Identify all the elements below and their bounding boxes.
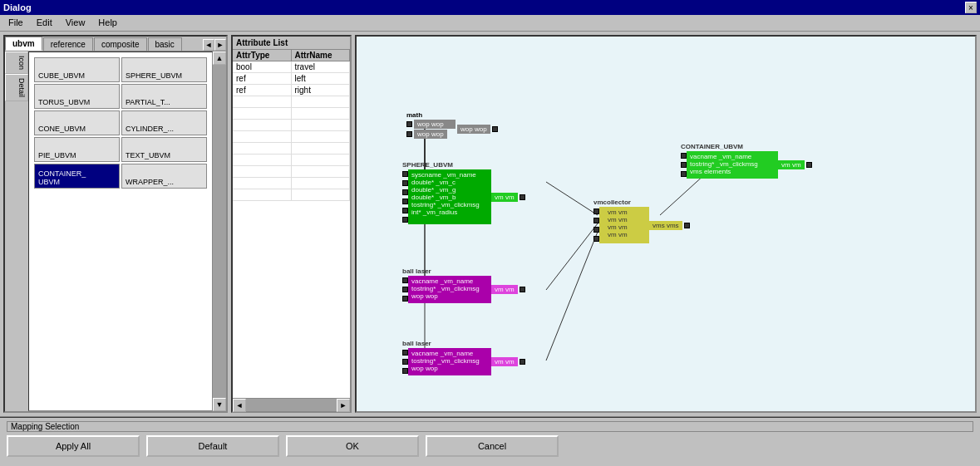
ok-button[interactable]: OK bbox=[286, 435, 419, 457]
canvas-inner: math wop wop wop wop bbox=[357, 37, 975, 411]
attr-row bbox=[233, 108, 350, 120]
sphere-port2: double* _vm_c bbox=[411, 179, 488, 186]
list-item[interactable]: CONE_UBVM bbox=[34, 110, 120, 135]
ubvm-grid: CUBE_UBVM SPHERE_UBVM TORUS_UBVM PARTIAL… bbox=[31, 54, 210, 192]
sphere-port3: double* _vm_g bbox=[411, 186, 488, 194]
port bbox=[402, 296, 408, 302]
list-item[interactable]: CUBE_UBVM bbox=[34, 57, 120, 82]
math-right: wop wop bbox=[457, 125, 490, 134]
menu-file[interactable]: File bbox=[3, 17, 28, 29]
ball-laser1-label: ball laser bbox=[402, 267, 525, 275]
vmcollector-label: vmcollector bbox=[593, 199, 690, 206]
list-item[interactable]: CYLINDER_... bbox=[121, 110, 207, 135]
port bbox=[402, 171, 408, 177]
port bbox=[402, 180, 408, 186]
tab-scroll-left[interactable]: ◄ bbox=[203, 39, 214, 51]
attr-type: ref bbox=[233, 73, 292, 84]
container-port2: tostring* _vm_clickmsg bbox=[690, 160, 775, 168]
detail-button[interactable]: Detail bbox=[5, 74, 28, 101]
ball-laser1-node[interactable]: ball laser vacname _vm_name tostring* _v… bbox=[402, 267, 525, 303]
title-bar: Dialog × bbox=[0, 0, 980, 15]
list-item[interactable]: TEXT_UBVM bbox=[121, 137, 207, 162]
port-right bbox=[520, 194, 525, 200]
menu-edit[interactable]: Edit bbox=[32, 17, 57, 29]
tab-composite[interactable]: composite bbox=[94, 37, 147, 51]
port-right bbox=[520, 287, 525, 292]
list-item[interactable]: SPHERE_UBVM bbox=[121, 57, 207, 82]
vm-port3: vm vm bbox=[608, 223, 641, 231]
attr-row bbox=[233, 178, 350, 189]
menu-help[interactable]: Help bbox=[93, 17, 122, 29]
default-button[interactable]: Default bbox=[146, 435, 279, 457]
attr-name: travel bbox=[292, 61, 351, 72]
container-right: vm vm bbox=[778, 160, 805, 169]
sphere-ubvm-node[interactable]: SPHERE_UBVM syscname _vm_name double* _v… bbox=[402, 161, 525, 224]
tab-ubvm[interactable]: ubvm bbox=[5, 37, 42, 51]
list-item[interactable]: PARTIAL_T... bbox=[121, 84, 207, 109]
scroll-up[interactable]: ▲ bbox=[213, 52, 226, 65]
attr-name: left bbox=[292, 73, 351, 84]
list-item[interactable]: WRAPPER_... bbox=[121, 164, 207, 189]
sphere-port4: double* _vm_b bbox=[411, 194, 488, 201]
container-port1: vacname _vm_name bbox=[690, 153, 775, 160]
attribute-table: AttrType AttrName bool travel ref left r… bbox=[233, 50, 350, 398]
math-label: math bbox=[406, 111, 498, 119]
port bbox=[681, 162, 687, 168]
tab-scroll-right[interactable]: ► bbox=[214, 39, 226, 51]
tab-scroll: ◄ ► bbox=[203, 39, 226, 51]
list-item[interactable]: CONTAINER_ UBVM bbox=[34, 164, 120, 189]
ball-laser2-node[interactable]: ball laser vacname _vm_name tostring* _v… bbox=[402, 340, 525, 375]
scroll-track[interactable] bbox=[213, 65, 226, 398]
scroll-down[interactable]: ▼ bbox=[213, 398, 226, 411]
vm-port1: vm vm bbox=[608, 208, 641, 216]
apply-all-button[interactable]: Apply All bbox=[7, 435, 140, 457]
icon-button[interactable]: Icon bbox=[5, 52, 28, 74]
attr-header-type: AttrType bbox=[233, 50, 292, 61]
attr-scroll-right[interactable]: ► bbox=[337, 399, 350, 412]
cancel-button[interactable]: Cancel bbox=[426, 435, 559, 457]
port bbox=[681, 153, 687, 159]
menu-view[interactable]: View bbox=[61, 17, 91, 29]
math-node[interactable]: math wop wop wop wop bbox=[406, 111, 498, 139]
ball2-port3: wop wop bbox=[411, 365, 488, 372]
tab-basic[interactable]: basic bbox=[148, 37, 182, 51]
port-right bbox=[520, 359, 525, 365]
port bbox=[402, 208, 408, 213]
bottom-buttons: Apply All Default OK Cancel bbox=[7, 435, 973, 457]
tab-reference[interactable]: reference bbox=[43, 37, 93, 51]
ball1-right: vm vm bbox=[491, 285, 518, 294]
attr-scrollbar: ◄ ► bbox=[233, 398, 350, 411]
sphere-port6: int* _vm_radius bbox=[411, 208, 488, 216]
left-panel: ubvm reference composite basic ◄ ► Icon … bbox=[3, 35, 228, 413]
window-title: Dialog bbox=[3, 2, 32, 12]
port-left bbox=[406, 121, 412, 127]
attr-row bbox=[233, 143, 350, 155]
list-item[interactable]: TORUS_UBVM bbox=[34, 84, 120, 109]
side-buttons: Icon Detail bbox=[5, 52, 28, 411]
attr-row bbox=[233, 189, 350, 201]
port bbox=[593, 208, 599, 214]
close-button[interactable]: × bbox=[965, 2, 977, 13]
attr-type: bool bbox=[233, 61, 292, 72]
port bbox=[402, 277, 408, 283]
attribute-panel: Attribute List AttrType AttrName bool tr… bbox=[231, 35, 352, 413]
list-item[interactable]: PIE_UBVM bbox=[34, 137, 120, 162]
ubvm-scrollbar: ▲ ▼ bbox=[213, 52, 226, 411]
math-box: wop wop bbox=[414, 120, 456, 129]
vmcollector-node[interactable]: vmcollector vm vm vm vm vm vm vm vm bbox=[593, 199, 690, 243]
attr-type: ref bbox=[233, 85, 292, 96]
tab-bar: ubvm reference composite basic ◄ ► bbox=[5, 37, 226, 52]
ubvm-list[interactable]: CUBE_UBVM SPHERE_UBVM TORUS_UBVM PARTIAL… bbox=[28, 52, 213, 411]
port-right bbox=[806, 162, 812, 168]
port bbox=[402, 199, 408, 204]
port bbox=[402, 359, 408, 365]
attr-scroll-left[interactable]: ◄ bbox=[233, 399, 246, 412]
sphere-label: SPHERE_UBVM bbox=[402, 161, 525, 169]
canvas-panel[interactable]: math wop wop wop wop bbox=[355, 35, 977, 413]
attr-scroll-track[interactable] bbox=[246, 399, 337, 411]
vm-port2: vm vm bbox=[608, 216, 641, 223]
container-ubvm-node[interactable]: CONTAINER_UBVM vacname _vm_name tostring… bbox=[681, 143, 812, 179]
sphere-port1: syscname _vm_name bbox=[411, 171, 488, 179]
attr-row: bool travel bbox=[233, 61, 350, 73]
port bbox=[402, 350, 408, 356]
